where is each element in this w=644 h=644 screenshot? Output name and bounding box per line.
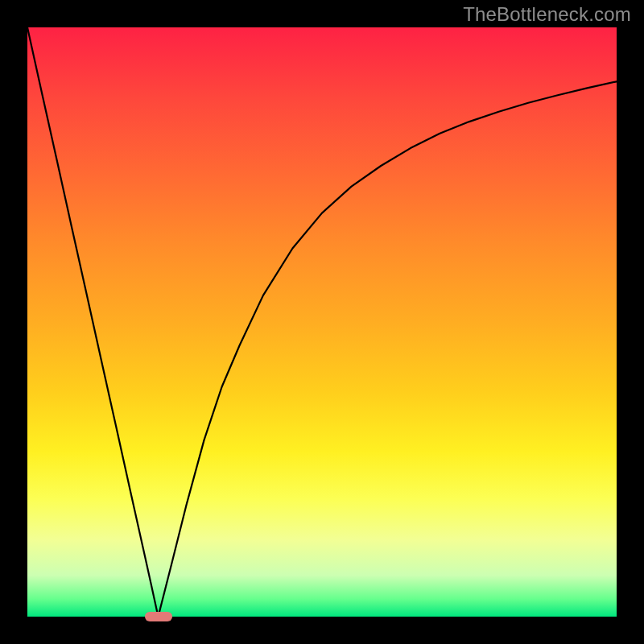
watermark-text: TheBottleneck.com xyxy=(463,3,631,26)
bottleneck-curve xyxy=(27,27,617,617)
curve-path xyxy=(27,27,617,617)
min-marker xyxy=(145,612,172,621)
plot-area xyxy=(27,27,617,617)
chart-frame: TheBottleneck.com xyxy=(0,0,644,644)
